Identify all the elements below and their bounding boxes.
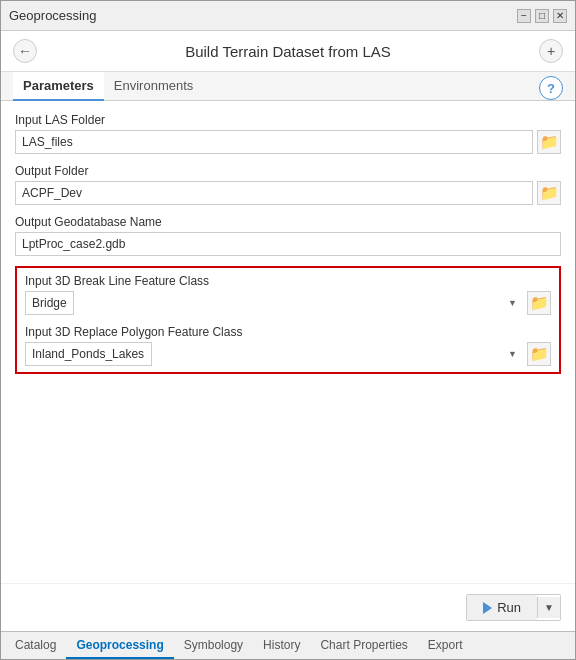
bottom-tab-export[interactable]: Export [418, 633, 473, 659]
input-replace-polygon-select-wrapper: Inland_Ponds_Lakes [25, 342, 523, 366]
title-bar-left: Geoprocessing [9, 8, 96, 23]
input-break-line-group: Input 3D Break Line Feature Class Bridge… [25, 274, 551, 315]
input-las-folder-group: Input LAS Folder 📁 [15, 113, 561, 154]
parameters-tabs: Parameters Environments ? [1, 72, 575, 101]
run-dropdown-icon: ▼ [544, 602, 554, 613]
tab-environments[interactable]: Environments [104, 72, 203, 101]
input-replace-polygon-row: Inland_Ponds_Lakes 📁 [25, 342, 551, 366]
output-geodatabase-label: Output Geodatabase Name [15, 215, 561, 229]
close-button[interactable]: ✕ [553, 9, 567, 23]
run-icon [483, 602, 492, 614]
folder-icon-4: 📁 [530, 345, 549, 363]
minimize-button[interactable]: − [517, 9, 531, 23]
input-las-folder-input[interactable] [15, 130, 533, 154]
input-break-line-browse[interactable]: 📁 [527, 291, 551, 315]
output-geodatabase-row [15, 232, 561, 256]
page-title: Build Terrain Dataset from LAS [45, 43, 531, 60]
restore-button[interactable]: □ [535, 9, 549, 23]
geoprocessing-window: Geoprocessing − □ ✕ ← Build Terrain Data… [0, 0, 576, 660]
folder-icon-2: 📁 [540, 184, 559, 202]
input-break-line-row: Bridge 📁 [25, 291, 551, 315]
folder-icon: 📁 [540, 133, 559, 151]
title-bar: Geoprocessing − □ ✕ [1, 1, 575, 31]
output-folder-group: Output Folder 📁 [15, 164, 561, 205]
bottom-tab-bar: Catalog Geoprocessing Symbology History … [1, 631, 575, 659]
input-las-folder-browse[interactable]: 📁 [537, 130, 561, 154]
run-button[interactable]: Run [467, 595, 537, 620]
add-button[interactable]: + [539, 39, 563, 63]
input-replace-polygon-label: Input 3D Replace Polygon Feature Class [25, 325, 551, 339]
input-replace-polygon-select[interactable]: Inland_Ponds_Lakes [25, 342, 152, 366]
bottom-tab-symbology[interactable]: Symbology [174, 633, 253, 659]
run-area: Run ▼ [1, 583, 575, 631]
input-las-folder-row: 📁 [15, 130, 561, 154]
bottom-tab-history[interactable]: History [253, 633, 310, 659]
output-geodatabase-input[interactable] [15, 232, 561, 256]
tab-parameters[interactable]: Parameters [13, 72, 104, 101]
input-las-folder-label: Input LAS Folder [15, 113, 561, 127]
run-button-wrapper: Run ▼ [466, 594, 561, 621]
output-folder-input[interactable] [15, 181, 533, 205]
help-button[interactable]: ? [539, 76, 563, 100]
input-replace-polygon-browse[interactable]: 📁 [527, 342, 551, 366]
main-content: Input LAS Folder 📁 Output Folder 📁 Outpu… [1, 101, 575, 583]
run-dropdown-button[interactable]: ▼ [537, 597, 560, 618]
bottom-tab-chart-properties[interactable]: Chart Properties [310, 633, 417, 659]
folder-icon-3: 📁 [530, 294, 549, 312]
window-title: Geoprocessing [9, 8, 96, 23]
run-label: Run [497, 600, 521, 615]
back-button[interactable]: ← [13, 39, 37, 63]
highlighted-fields-box: Input 3D Break Line Feature Class Bridge… [15, 266, 561, 374]
output-geodatabase-group: Output Geodatabase Name [15, 215, 561, 256]
input-break-line-select-wrapper: Bridge [25, 291, 523, 315]
bottom-tab-catalog[interactable]: Catalog [5, 633, 66, 659]
input-break-line-select[interactable]: Bridge [25, 291, 74, 315]
output-folder-label: Output Folder [15, 164, 561, 178]
output-folder-browse[interactable]: 📁 [537, 181, 561, 205]
title-bar-controls: − □ ✕ [517, 9, 567, 23]
input-break-line-label: Input 3D Break Line Feature Class [25, 274, 551, 288]
header-area: ← Build Terrain Dataset from LAS + [1, 31, 575, 72]
input-replace-polygon-group: Input 3D Replace Polygon Feature Class I… [25, 325, 551, 366]
output-folder-row: 📁 [15, 181, 561, 205]
bottom-tab-geoprocessing[interactable]: Geoprocessing [66, 633, 173, 659]
